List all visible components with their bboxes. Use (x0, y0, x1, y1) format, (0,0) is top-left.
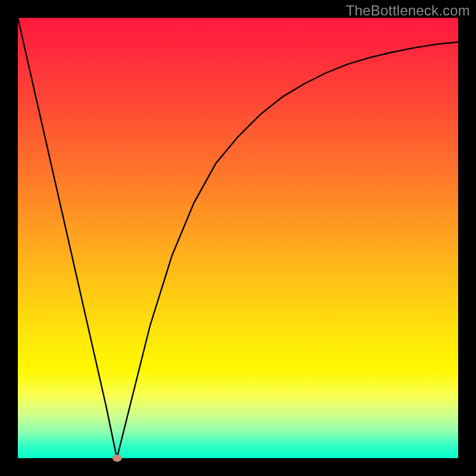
optimal-point-marker (112, 455, 122, 462)
chart-frame: TheBottleneck.com (0, 0, 476, 476)
bottleneck-curve (18, 18, 458, 458)
plot-area (18, 18, 458, 458)
curve-line (18, 18, 458, 458)
watermark-text: TheBottleneck.com (346, 2, 470, 19)
